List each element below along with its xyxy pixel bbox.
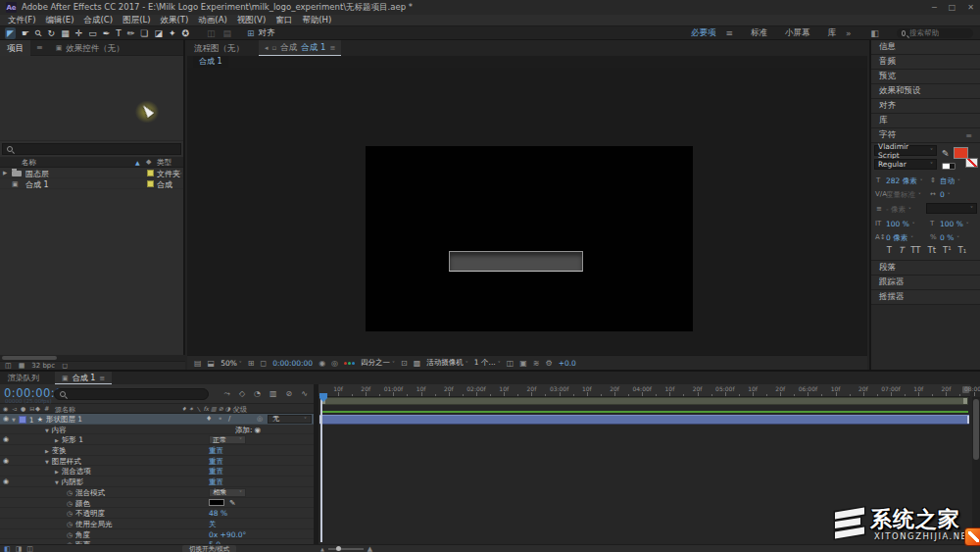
menu-item[interactable]: 文件(F)	[8, 15, 36, 26]
eyedropper-icon[interactable]: ✐	[940, 149, 950, 157]
tsume-value[interactable]: 0 %˅	[940, 233, 959, 242]
faux-style-button[interactable]: TT	[910, 245, 920, 258]
pane-toggle-icon[interactable]: ◫	[26, 545, 33, 552]
number-column-header[interactable]: #	[44, 405, 49, 413]
panel-header-2[interactable]: 预览	[871, 70, 980, 84]
label-column-icon[interactable]: ◆	[35, 405, 40, 413]
current-time-indicator[interactable]	[320, 393, 322, 542]
tab-effect-controls[interactable]: ▣ 效果控件（无）	[49, 40, 131, 56]
add-icon[interactable]: ◉	[254, 426, 261, 434]
zoom-slider-knob[interactable]	[336, 546, 341, 551]
help-search-input[interactable]	[909, 28, 968, 37]
item-name[interactable]: 合成 1	[25, 179, 49, 190]
panel-menu-icon[interactable]: ≡	[329, 44, 335, 52]
faux-style-button[interactable]: T	[887, 245, 892, 258]
frame-blending-icon[interactable]: ▥	[270, 389, 277, 399]
footer-icon[interactable]: ◻	[62, 362, 68, 370]
primary-viewer-icon[interactable]: ⬓	[208, 359, 216, 368]
shy-layers-icon[interactable]: ◔	[254, 389, 261, 399]
project-columns-header[interactable]: 名称 ▲ ◆ 类型	[0, 157, 183, 168]
label-column-icon[interactable]: ◆	[146, 158, 151, 166]
eyedropper-icon[interactable]: ✐	[227, 499, 236, 506]
timeline-zoom-slider[interactable]: ▲ ▲	[320, 545, 372, 552]
reset-link[interactable]: 重置	[209, 446, 223, 456]
toggle-switches-modes-button[interactable]: 切换开关/模式	[182, 545, 236, 552]
kerning-value[interactable]: 度量标准˅	[886, 190, 921, 200]
stopwatch-icon[interactable]: ◷	[67, 531, 73, 539]
always-preview-icon[interactable]: ▤	[194, 359, 202, 368]
panel-header-3[interactable]: 效果和预设	[871, 84, 980, 99]
parent-dropdown[interactable]: 无˅	[268, 415, 312, 424]
project-search-box[interactable]	[2, 143, 181, 155]
blend-mode-dropdown[interactable]: 正常˅	[209, 435, 246, 444]
project-item-row[interactable]: ▶固态层文件夹∴	[0, 168, 183, 178]
view-layout-dropdown[interactable]: 1 个...˅	[474, 358, 501, 368]
mask-visibility-icon[interactable]: ◻	[261, 359, 268, 368]
menu-item[interactable]: 帮助(H)	[302, 15, 331, 26]
grid-guides-icon[interactable]: ⊞	[248, 359, 255, 368]
timeline-search-box[interactable]	[54, 388, 209, 400]
unified-camera-tool[interactable]: ▦	[61, 27, 70, 39]
property-row[interactable]: ◷角度0x +90.0°	[0, 529, 314, 540]
property-row[interactable]: ▶混合选项重置	[0, 466, 314, 477]
font-style-dropdown[interactable]: Regular ˅	[874, 159, 937, 170]
label-color-chip[interactable]	[147, 170, 154, 176]
stopwatch-icon[interactable]: ◷	[67, 521, 73, 528]
horizontal-scale-value[interactable]: 100 %˅	[940, 220, 969, 228]
stopwatch-icon[interactable]: ◷	[67, 489, 73, 497]
eraser-tool[interactable]: ◪	[154, 27, 163, 39]
composition-viewer[interactable]	[187, 68, 867, 355]
region-of-interest-icon[interactable]: ⊡	[401, 359, 408, 368]
workspace-overflow-icon[interactable]: »	[846, 28, 852, 38]
faux-style-button[interactable]: T¹	[943, 245, 952, 258]
workspace-box-icon[interactable]: ◧	[870, 28, 879, 38]
clone-stamp-tool[interactable]: ❏	[140, 27, 148, 39]
property-value[interactable]: 关	[209, 520, 217, 529]
twirl-icon[interactable]: ▼	[45, 459, 49, 465]
panel-header-5[interactable]: 库	[871, 114, 980, 128]
faux-style-button[interactable]: T₁	[958, 245, 967, 258]
tab-composition[interactable]: ◂ ▫ 合成 合成 1 ≡	[259, 40, 341, 56]
twirl-icon[interactable]: ▼	[45, 427, 49, 433]
default-fill-stroke-icon[interactable]	[942, 163, 956, 170]
rotation-tool[interactable]: ↻	[48, 27, 56, 39]
column-type[interactable]: 类型	[157, 158, 172, 168]
add-shape-control[interactable]: 添加:◉	[216, 426, 261, 435]
fill-color-swatch[interactable]	[954, 147, 968, 159]
tab-render-queue[interactable]: 渲染队列	[8, 373, 39, 383]
transparency-grid-icon[interactable]: ▩	[414, 359, 421, 368]
property-label[interactable]: 颜色	[75, 499, 90, 509]
menu-item[interactable]: 编辑(E)	[46, 15, 74, 26]
menu-item[interactable]: 效果(T)	[161, 15, 189, 26]
property-label[interactable]: 使用全局光	[75, 520, 113, 529]
reset-link[interactable]: 重置	[209, 477, 223, 487]
zoom-out-icon[interactable]: ▲	[320, 546, 324, 552]
close-button[interactable]: ✕	[967, 3, 974, 12]
menu-item[interactable]: 窗口	[275, 15, 292, 26]
layer-row[interactable]: ◉▼1★形状图层 1♦ ∘ /◎无˅	[0, 414, 314, 425]
draft-3d-icon[interactable]: ◇	[239, 389, 245, 399]
tab-flowchart[interactable]: 流程图（无）	[187, 40, 251, 56]
property-row[interactable]: ◉▼图层样式重置	[0, 456, 314, 467]
brush-tool[interactable]: ✏	[127, 27, 135, 39]
panel-header-bottom-2[interactable]: 摇摆器	[871, 290, 980, 305]
puppet-pin-tool[interactable]: ✪	[181, 27, 189, 39]
layer-label-chip[interactable]	[19, 416, 26, 424]
workspace-item[interactable]: 库	[827, 27, 836, 39]
magnification-dropdown[interactable]: 50%˅	[220, 359, 242, 368]
property-row[interactable]: ◷不透明度48 %	[0, 508, 314, 519]
property-value[interactable]: 0x +90.0°	[209, 530, 246, 539]
show-channels-icon[interactable]	[344, 362, 355, 365]
pane-toggle-icon[interactable]: ◨	[16, 545, 23, 552]
footer-icon[interactable]: ▦	[19, 362, 25, 370]
rectangle-shape[interactable]	[449, 251, 583, 272]
property-row[interactable]: ◷使用全局光关	[0, 519, 314, 529]
snapshot-icon[interactable]: ◉	[318, 359, 325, 368]
stopwatch-icon[interactable]: ◷	[67, 510, 73, 518]
property-label[interactable]: 内容	[52, 426, 67, 435]
twirl-icon[interactable]: ▶	[55, 469, 59, 475]
property-row[interactable]: ◷混合模式相乘˅	[0, 487, 314, 498]
property-label[interactable]: 不透明度	[75, 509, 105, 519]
property-label[interactable]: 变换	[52, 446, 67, 456]
graph-editor-icon[interactable]: ∿	[301, 389, 308, 399]
